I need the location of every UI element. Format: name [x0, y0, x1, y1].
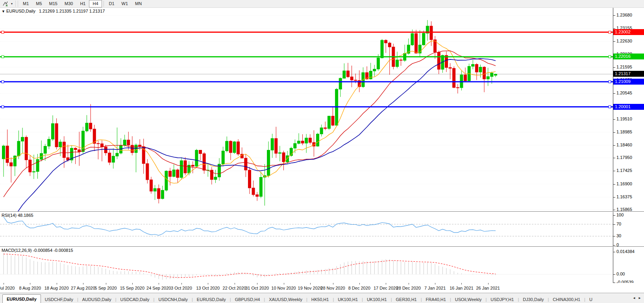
price-tick-label: 1.21595 [616, 65, 632, 69]
timeframe-button-m15[interactable]: M15 [46, 0, 61, 7]
date-label: 15 Sep 2020 [120, 286, 144, 290]
chart-tab-fra40-h1[interactable]: FRA40,H1 [422, 296, 450, 303]
candle-body [346, 71, 349, 77]
rsi-tick-label: 0 [616, 242, 619, 247]
hline-handle[interactable] [2, 81, 4, 83]
chart-tab-hk50-h1[interactable]: HK50,H1 [307, 296, 333, 303]
date-tick [409, 283, 409, 285]
date-label: 18 Aug 2020 [44, 286, 69, 290]
date-tick [4, 283, 4, 285]
candle-body [282, 153, 285, 162]
chart-tab-eurusd-daily[interactable]: EURUSD,Daily [2, 294, 41, 303]
candle-body [74, 148, 77, 150]
axis-tick [613, 67, 615, 68]
candle-body [309, 138, 311, 142]
date-tick [359, 283, 360, 285]
price-tick-label: 1.17425 [616, 168, 632, 173]
candle-body [237, 142, 240, 154]
chart-title-symbol: EURUSD,Daily [6, 9, 35, 13]
hline-handle[interactable] [609, 106, 611, 108]
chart-tab-ger30-h1[interactable]: GER30,H1 [392, 296, 421, 303]
chart-tab-usoil-weekly[interactable]: USOil,Weekly [451, 296, 486, 303]
price-tick-label: 1.23680 [616, 13, 632, 17]
price-tick-label: 1.17950 [616, 155, 632, 160]
timeframe-button-d1[interactable]: D1 [105, 0, 118, 7]
timeframe-button-m1[interactable]: M1 [19, 0, 32, 7]
chart-tab-usdcad-daily[interactable]: USDCAD,Daily [117, 296, 154, 303]
candle-body [415, 33, 418, 53]
candle-body [48, 139, 50, 146]
chart-cursor-icon[interactable] [1, 0, 9, 7]
chart-tab-usdjpy-h1[interactable]: USDJPY,H1 [487, 296, 518, 303]
chart-title-ohlc: 1.21269 1.21335 1.21197 1.21317 [39, 9, 105, 13]
hline-handle[interactable] [2, 55, 4, 58]
tab-scroll-left-button[interactable]: ◄ [631, 295, 637, 301]
chart-tab-usdchf-daily[interactable]: USDCHF,Daily [41, 296, 77, 303]
chart-tab-usdcnh-daily[interactable]: USDCNH,Daily [154, 296, 192, 303]
macd-axis: 0.0143840.00-0.00539 [613, 247, 644, 283]
chart-tab-gbpusd-h4[interactable]: GBPUSD,H4 [231, 296, 264, 303]
price-tick-label: 1.20545 [616, 91, 632, 95]
chart-tab-dj30-daily[interactable]: DJ30,Daily [519, 296, 548, 303]
macd-plot[interactable] [0, 247, 613, 283]
hline-handle[interactable] [2, 31, 4, 33]
candle-body [63, 142, 65, 158]
price-axis[interactable]: 1.236801.231551.226301.221201.215951.210… [613, 8, 644, 211]
candle-body [369, 71, 372, 79]
hline-handle[interactable] [609, 81, 611, 83]
chart-tab-eurusd-daily[interactable]: EURUSD,Daily [193, 296, 230, 303]
date-tick [257, 283, 257, 285]
chart-tool-dropdown-caret[interactable]: ▾ [9, 2, 14, 6]
candle-body [464, 75, 467, 81]
date-axis[interactable]: 30 Jul 20208 Aug 202018 Aug 202027 Aug 2… [0, 283, 644, 293]
date-tick [208, 283, 208, 285]
date-tick [333, 283, 333, 285]
candle-body [385, 40, 387, 43]
rsi-label: RSI(14) 48.1865 [2, 213, 33, 218]
candle-body [377, 58, 379, 69]
toolbar-separator [104, 1, 104, 7]
hline-handle[interactable] [609, 31, 611, 33]
candle-body [472, 65, 474, 67]
candle-body [161, 190, 164, 198]
date-label: 13 Oct 2020 [196, 286, 220, 290]
chart-tab-uk100-h1[interactable]: UK100,H1 [334, 296, 362, 303]
candle-body [430, 26, 433, 40]
price-tick-label: 1.18460 [616, 142, 632, 147]
date-tick [83, 283, 83, 285]
chart-title-caret[interactable]: ▼ [2, 9, 5, 13]
timeframe-button-mn[interactable]: MN [131, 0, 145, 7]
tab-scroll-right-button[interactable]: ► [637, 295, 642, 301]
timeframe-button-h4[interactable]: H4 [89, 0, 102, 7]
chart-tab-uk100-h1[interactable]: UK100,H1 [363, 296, 391, 303]
candle-body [305, 138, 308, 143]
chart-tab-audusd-daily[interactable]: AUDUSD,Daily [78, 296, 115, 303]
chart-tab-u[interactable]: U [585, 296, 596, 303]
candle-body [233, 142, 236, 153]
candle-body [244, 158, 247, 170]
hline-handle[interactable] [609, 55, 611, 58]
hline-handle[interactable] [2, 106, 4, 108]
timeframe-button-m30[interactable]: M30 [61, 0, 76, 7]
price-tick-label: 1.16900 [616, 181, 632, 186]
chart-tab-china300-h1[interactable]: CHINA300,H1 [549, 296, 584, 303]
candlestick-plot[interactable] [0, 8, 613, 211]
date-label: 5 Sep 2020 [94, 286, 117, 290]
timeframe-button-h1[interactable]: H1 [76, 0, 89, 7]
rsi-indicator-panel: RSI(14) 48.1865 10070300 [0, 212, 644, 247]
rsi-tick-label: 70 [616, 222, 621, 226]
chart-tab-xauusd-weekly[interactable]: XAUUSD,Weekly [265, 296, 306, 303]
axis-tick [613, 236, 615, 236]
date-label: 30 Jul 2020 [0, 286, 15, 290]
timeframe-button-m5[interactable]: M5 [32, 0, 45, 7]
candle-body [85, 123, 88, 131]
candle-body [487, 77, 489, 79]
date-tick [488, 283, 489, 285]
candle-body [229, 141, 232, 153]
candle-body [89, 123, 92, 129]
rsi-plot[interactable] [0, 212, 613, 246]
candle-body [123, 140, 126, 146]
timeframe-button-w1[interactable]: W1 [118, 0, 132, 7]
candle-body [494, 74, 497, 75]
candle-body [36, 159, 39, 172]
